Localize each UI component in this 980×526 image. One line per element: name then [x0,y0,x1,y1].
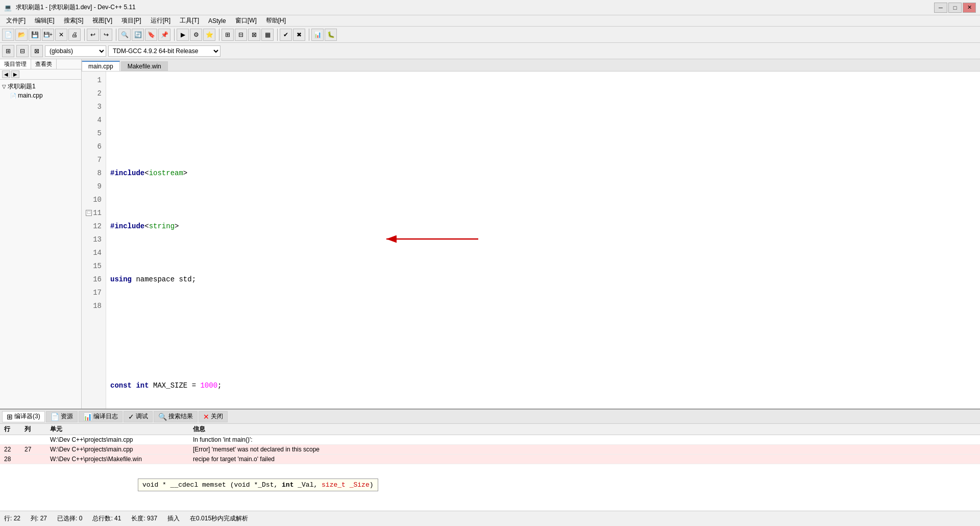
tab-view-class[interactable]: 查看类 [31,59,57,69]
compile-button[interactable]: ⚙ [190,29,202,41]
cross-button[interactable]: ✖ [293,29,305,41]
compiler-dropdown[interactable]: TDM-GCC 4.9.2 64-bit Release [108,45,220,57]
line-2: 2 [82,87,106,100]
tooltip-text: void * __cdecl memset (void *_Dst, int _… [142,481,374,489]
print-button[interactable]: 🖨 [68,29,81,41]
menu-tools[interactable]: 工具[T] [176,15,203,26]
header-row: 行 [4,425,24,434]
undo-button[interactable]: ↩ [87,29,99,41]
menu-help[interactable]: 帮助[H] [262,15,290,26]
debug-button[interactable]: 🐛 [325,29,337,41]
bookmark-button[interactable]: 🔖 [145,29,157,41]
sep2 [114,29,116,41]
new-button[interactable]: 📄 [2,29,14,41]
menu-file[interactable]: 文件[F] [2,15,30,26]
status-total: 总行数: 41 [92,514,121,523]
nav-left[interactable]: ◀ [2,70,10,78]
nav-right[interactable]: ▶ [11,70,19,78]
title-text: 求职刷题1 - [求职刷题1.dev] - Dev-C++ 5.11 [16,3,934,12]
globals-dropdown[interactable]: (globals) [45,45,106,57]
error-row-1[interactable]: 22 27 W:\Dev C++\projects\main.cpp [Erro… [0,445,980,455]
header-unit: 单元 [50,425,193,434]
open-button[interactable]: 📂 [15,29,28,41]
sidebar-tab-bar: 项目管理 查看类 [0,59,81,69]
tab-project-manage[interactable]: 项目管理 [0,59,31,69]
file-name: main.cpp [18,92,43,99]
compile-log-icon: 📊 [83,413,92,421]
stop-button[interactable]: ⭐ [203,29,215,41]
sidebar: 项目管理 查看类 ◀ ▶ ▽ 求职刷题1 📄 main.cpp [0,59,82,409]
debug-icon-btn[interactable]: ⊞ [2,45,14,57]
header-col: 列 [24,425,50,434]
redo-button[interactable]: ↪ [100,29,112,41]
close-button[interactable]: ✕ [963,3,976,13]
menu-bar: 文件[F] 编辑[E] 搜索[S] 视图[V] 项目[P] 运行[R] 工具[T… [0,15,980,27]
line-13: 13 [82,233,106,246]
code-content[interactable]: #include<iostream> #include<string> [106,71,980,409]
debug-tab-label: 调试 [136,412,148,421]
save-button[interactable]: 💾 [29,29,41,41]
resources-tab-label: 资源 [61,412,73,421]
err2-col [24,456,50,463]
menu-project[interactable]: 项目[P] [117,15,145,26]
compiler-tab-icon: ⊞ [7,413,13,421]
file-icon: 📄 [10,93,16,99]
maximize-button[interactable]: □ [948,3,962,13]
compiler-tab-label: 编译器(3) [14,412,40,421]
toolbar2: ⊞ ⊟ ⊠ (globals) TDM-GCC 4.9.2 64-bit Rel… [0,43,980,59]
tab-debug[interactable]: ✓ 调试 [124,411,153,422]
grid4-button[interactable]: ▦ [261,29,274,41]
file-item-main[interactable]: 📄 main.cpp [2,91,79,100]
tab-close[interactable]: ✕ 关闭 [199,411,228,422]
line-numbers: 1 2 3 4 5 6 7 8 9 10 □ 11 12 13 14 15 16… [82,71,106,409]
status-mode: 插入 [167,514,180,523]
bookmark2-button[interactable]: 📌 [158,29,170,41]
collapse-btn-11[interactable]: □ [86,210,92,216]
tab-resources[interactable]: 📄 资源 [46,411,78,422]
tab-compile-log[interactable]: 📊 编译日志 [79,411,122,422]
save-all-button[interactable]: 💾+ [42,29,54,41]
grid-button[interactable]: ⊞ [222,29,234,41]
sep5 [276,29,278,41]
project-name: 求职刷题1 [8,82,36,91]
menu-window[interactable]: 窗口[W] [231,15,261,26]
grid3-button[interactable]: ⊠ [248,29,260,41]
error-table: 行 列 单元 信息 W:\Dev C++\projects\main.cpp I… [0,424,980,511]
tab-main-cpp[interactable]: main.cpp [82,61,120,71]
err1-info: [Error] 'memset' was not declared in thi… [193,446,976,453]
line-7: 7 [82,153,106,166]
debug2-btn[interactable]: ⊟ [16,45,29,57]
err2-unit: W:\Dev C++\projects\Makefile.win [50,456,193,463]
status-row: 行: 22 [4,514,20,523]
find-replace-button[interactable]: 🔄 [132,29,144,41]
status-bar: 行: 22 列: 27 已选择: 0 总行数: 41 长度: 937 插入 在0… [0,511,980,526]
tab-compiler[interactable]: ⊞ 编译器(3) [2,411,45,422]
editor-tab-bar: main.cpp Makefile.win [82,59,980,71]
tab-search-results[interactable]: 🔍 搜索结果 [154,411,198,422]
err0-info: In function 'int main()': [193,436,976,443]
menu-run[interactable]: 运行[R] [146,15,175,26]
annotation-arrow [325,221,488,263]
line-16: 16 [82,273,106,286]
status-selected: 已选择: 0 [57,514,82,523]
error-row-0[interactable]: W:\Dev C++\projects\main.cpp In function… [0,435,980,445]
close-file-button[interactable]: ✕ [55,29,67,41]
editor-area: main.cpp Makefile.win 1 2 3 4 5 6 7 8 9 … [82,59,980,409]
menu-edit[interactable]: 编辑[E] [31,15,59,26]
minimize-button[interactable]: ─ [934,3,947,13]
menu-view[interactable]: 视图[V] [88,15,116,26]
tab-makefile[interactable]: Makefile.win [121,61,168,71]
project-root[interactable]: ▽ 求职刷题1 [2,82,79,91]
bottom-content: 行 列 单元 信息 W:\Dev C++\projects\main.cpp I… [0,424,980,511]
run-button[interactable]: ▶ [177,29,189,41]
grid2-button[interactable]: ⊟ [235,29,247,41]
menu-search[interactable]: 搜索[S] [60,15,88,26]
search-tab-label: 搜索结果 [168,412,193,421]
status-col: 列: 27 [31,514,47,523]
find-button[interactable]: 🔍 [118,29,131,41]
chart-button[interactable]: 📊 [311,29,324,41]
error-row-2[interactable]: 28 W:\Dev C++\projects\Makefile.win reci… [0,455,980,464]
check-button[interactable]: ✔ [280,29,292,41]
debug3-btn[interactable]: ⊠ [31,45,43,57]
menu-astyle[interactable]: AStyle [204,16,230,26]
